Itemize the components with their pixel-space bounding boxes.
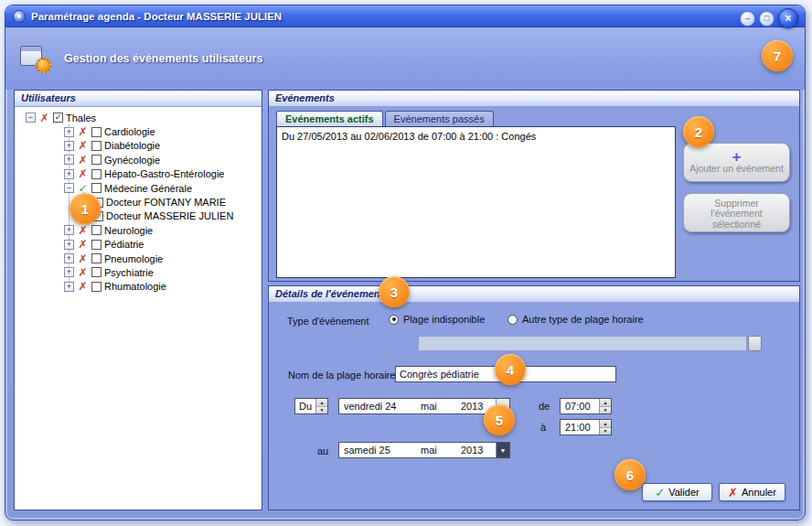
cross-icon: ✗	[77, 281, 89, 292]
spin-up-icon[interactable]: ▲	[600, 420, 611, 427]
tree-checkbox[interactable]	[91, 183, 102, 193]
radio-plage-indisponible[interactable]: Plage indisponible	[389, 314, 485, 325]
spin-up-icon[interactable]: ▲	[316, 399, 327, 406]
expand-icon[interactable]: +	[64, 155, 74, 165]
plage-name-label: Nom de la plage horaire	[288, 370, 395, 381]
users-tree[interactable]: −✗✓Thales+✗Cardiologie+✗Diabétologie+✗Gy…	[15, 107, 262, 510]
expand-icon[interactable]: +	[64, 282, 74, 292]
collapse-icon[interactable]: −	[26, 113, 36, 123]
browse-button[interactable]	[748, 336, 762, 351]
from-time-label: de	[539, 401, 550, 412]
tree-checkbox[interactable]	[91, 282, 102, 292]
tree-item[interactable]: +✗Pédiatrie	[15, 238, 262, 252]
expand-icon[interactable]: +	[64, 127, 74, 137]
tree-item[interactable]: −✓Médecine Générale	[15, 181, 262, 195]
dropdown-button[interactable]: ▼	[496, 443, 509, 457]
cancel-button[interactable]: ✗ Annuler	[719, 483, 785, 501]
expand-icon[interactable]: +	[64, 225, 74, 235]
expand-icon[interactable]: +	[64, 267, 74, 277]
tree-checkbox[interactable]	[91, 253, 102, 263]
date-part: vendredi 24	[344, 401, 421, 412]
spin-down-icon[interactable]: ▼	[316, 406, 327, 414]
tree-checkbox[interactable]	[91, 127, 102, 137]
radio-autre-type[interactable]: Autre type de plage horaire	[508, 314, 644, 325]
expand-icon[interactable]: +	[64, 253, 74, 263]
tree-checkbox[interactable]	[91, 141, 102, 151]
tree-checkbox[interactable]	[91, 240, 102, 250]
tree-checkbox[interactable]	[91, 225, 102, 235]
minimize-button[interactable]: –	[740, 11, 755, 27]
cross-icon: ✗	[77, 267, 89, 278]
events-tabs: Evénements actifs Evénements passés	[276, 111, 799, 126]
tree-item[interactable]: ✓✓Docteur MASSERIE JULIEN	[15, 209, 262, 223]
time-spinner[interactable]: ▲ ▼	[599, 420, 611, 435]
date-part: samedi 25	[344, 445, 421, 456]
tree-checkbox[interactable]: ✓	[53, 113, 63, 123]
add-event-button[interactable]: + Ajouter un événement	[683, 143, 790, 182]
end-time-value: 21:00	[565, 422, 591, 433]
cross-icon: ✗	[77, 140, 89, 151]
spin-up-icon[interactable]: ▲	[600, 399, 611, 406]
tree-checkbox[interactable]	[91, 169, 102, 179]
event-type-label: Type d'événement	[287, 316, 369, 327]
combo-spinner[interactable]: ▲ ▼	[315, 399, 327, 413]
cross-icon: ✗	[77, 253, 89, 264]
radio-label: Plage indisponible	[403, 314, 485, 325]
maximize-button[interactable]: □	[759, 11, 775, 27]
tree-label: Diabétologie	[104, 140, 160, 151]
expand-icon[interactable]: +	[64, 169, 74, 179]
tree-item[interactable]: +✗Gynécologie	[15, 153, 262, 166]
tree-checkbox[interactable]	[91, 267, 102, 277]
validate-button[interactable]: ✓ Valider	[642, 483, 712, 501]
window-controls: – □ ×	[740, 8, 798, 28]
start-time-input[interactable]: 07:00 ▲ ▼	[560, 398, 612, 414]
date-part: 2013	[461, 401, 483, 412]
page-title: Gestion des événements utilisateurs	[64, 52, 262, 65]
tree-item[interactable]: +✗Neurologie	[15, 223, 262, 237]
users-panel: Utilisateurs −✗✓Thales+✗Cardiologie+✗Dia…	[14, 90, 262, 510]
tree-checkbox[interactable]	[91, 155, 102, 165]
tree-label: Pneumologie	[104, 253, 163, 264]
tree-item[interactable]: −✗✓Thales	[15, 111, 262, 124]
end-date-input[interactable]: samedi 25 mai 2013 ▼	[338, 442, 510, 458]
date-part: 2013	[461, 445, 483, 456]
tree-label: Hépato-Gastro-Entérologie	[104, 168, 224, 179]
tree-item[interactable]: +✗Hépato-Gastro-Entérologie	[15, 167, 262, 181]
tree-item[interactable]: +✗Pneumologie	[15, 252, 262, 265]
tree-label: Docteur FONTANY MARIE	[106, 197, 226, 208]
start-date-input[interactable]: vendredi 24 mai 2013 ▼	[338, 398, 510, 414]
delete-event-button[interactable]: Supprimer l'événement sélectionné	[683, 193, 790, 232]
spin-down-icon[interactable]: ▼	[600, 427, 611, 435]
gear-icon	[36, 58, 51, 73]
end-date-label: au	[317, 445, 328, 456]
tree-item[interactable]: +✗Rhumatologie	[15, 280, 262, 294]
collapse-icon[interactable]: −	[64, 183, 74, 193]
window-title: Paramétrage agenda - Docteur MASSERIE JU…	[31, 11, 282, 22]
end-time-input[interactable]: 21:00 ▲ ▼	[560, 419, 612, 435]
chevron-down-icon: ▼	[500, 447, 507, 454]
tree-label: Neurologie	[104, 225, 153, 236]
radio-label: Autre type de plage horaire	[522, 314, 644, 325]
close-button[interactable]: ×	[778, 8, 798, 28]
time-spinner[interactable]: ▲ ▼	[599, 399, 611, 413]
tree-item[interactable]: +✗Diabétologie	[15, 139, 262, 153]
event-list-item[interactable]: Du 27/05/2013 au 02/06/2013 de 07:00 à 2…	[282, 130, 670, 143]
callout-badge-2: 2	[683, 116, 714, 147]
expand-icon[interactable]: +	[64, 240, 74, 250]
du-combo[interactable]: Du ▲ ▼	[294, 398, 328, 414]
cross-icon: ✗	[77, 126, 89, 137]
titlebar[interactable]: Paramétrage agenda - Docteur MASSERIE JU…	[5, 5, 805, 27]
events-list[interactable]: Du 27/05/2013 au 02/06/2013 de 07:00 à 2…	[276, 126, 676, 278]
check-icon: ✓	[655, 486, 665, 499]
radio-selected-icon	[389, 315, 399, 325]
tree-item[interactable]: +✗Cardiologie	[15, 124, 262, 138]
spin-down-icon[interactable]: ▼	[600, 406, 611, 414]
tab-active-events[interactable]: Evénements actifs	[276, 111, 383, 126]
tab-past-events[interactable]: Evénements passés	[385, 111, 494, 126]
app-icon	[13, 10, 26, 23]
tree-item[interactable]: ✓Docteur FONTANY MARIE	[15, 195, 262, 209]
tree-item[interactable]: +✗Psychiatrie	[15, 265, 262, 279]
expand-icon[interactable]: +	[64, 141, 74, 151]
events-panel: Evénements Evénements actifs Evénements …	[268, 90, 800, 282]
callout-badge-1: 1	[69, 193, 101, 224]
